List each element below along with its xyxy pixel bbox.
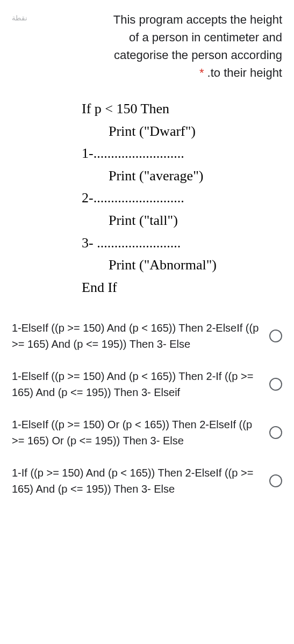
radio-button[interactable] [269, 378, 282, 391]
question-line-1: This program accepts the height [113, 13, 282, 26]
question-line-2: of a person in centimeter and [129, 31, 282, 44]
question-text: This program accepts the height of a per… [37, 11, 282, 82]
code-blank-3: 3- ........................ [82, 232, 282, 254]
option-row[interactable]: 1-If ((p >= 150) And (p < 165)) Then 2-E… [12, 465, 282, 497]
code-line: Print ("tall") [82, 209, 282, 232]
code-block: If p < 150 Then Print ("Dwarf") 1-......… [82, 98, 282, 298]
option-row[interactable]: 1-ElseIf ((p >= 150) And (p < 165)) Then… [12, 320, 282, 352]
code-line: Print ("average") [82, 165, 282, 187]
code-line: If p < 150 Then [82, 98, 282, 120]
radio-button[interactable] [269, 426, 282, 439]
options-container: 1-ElseIf ((p >= 150) And (p < 165)) Then… [12, 320, 282, 497]
radio-button[interactable] [269, 330, 282, 342]
option-row[interactable]: 1-ElseIf ((p >= 150) And (p < 165)) Then… [12, 368, 282, 400]
option-text: 1-ElseIf ((p >= 150) And (p < 165)) Then… [12, 320, 261, 352]
points-label: نقطة [12, 11, 27, 22]
code-line: Print ("Abnormal") [82, 254, 282, 276]
code-blank-2: 2-.......................... [82, 187, 282, 209]
code-blank-1: 1-.......................... [82, 142, 282, 165]
radio-button[interactable] [269, 474, 282, 487]
option-text: 1-ElseIf ((p >= 150) And (p < 165)) Then… [12, 368, 261, 400]
question-line-3: categorise the person according [114, 48, 282, 62]
question-header: نقطة This program accepts the height of … [12, 11, 282, 82]
option-text: 1-ElseIf ((p >= 150) Or (p < 165)) Then … [12, 416, 261, 449]
code-line: End If [82, 276, 282, 299]
required-star: * [199, 66, 204, 79]
question-line-4: .to their height [207, 66, 282, 79]
option-row[interactable]: 1-ElseIf ((p >= 150) Or (p < 165)) Then … [12, 416, 282, 449]
code-line: Print ("Dwarf") [82, 120, 282, 143]
option-text: 1-If ((p >= 150) And (p < 165)) Then 2-E… [12, 465, 261, 497]
